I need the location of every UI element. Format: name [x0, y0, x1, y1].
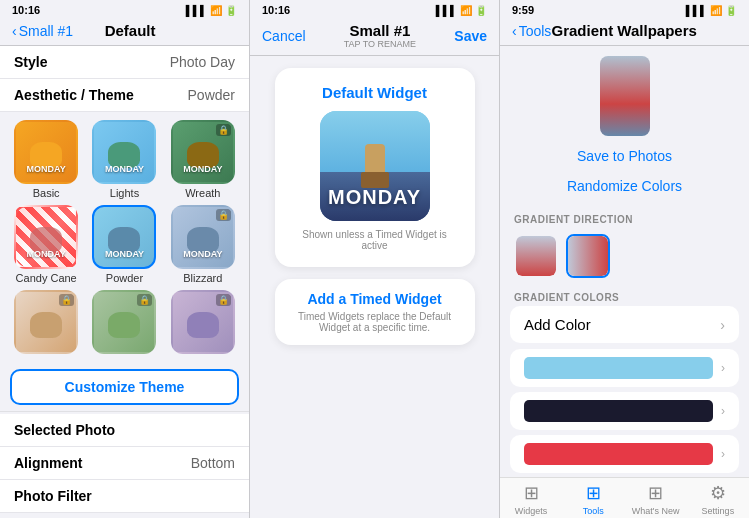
- back-label-1: Small #1: [19, 23, 73, 39]
- selected-photo-label: Selected Photo: [14, 422, 115, 438]
- widget-r1[interactable]: 🔒: [10, 290, 82, 357]
- timed-widget-card[interactable]: Add a Timed Widget Timed Widgets replace…: [275, 279, 475, 345]
- gradient-direction-label: GRADIENT DIRECTION: [500, 208, 749, 228]
- alignment-row: Alignment Bottom: [0, 447, 249, 480]
- tab-settings[interactable]: ⚙ Settings: [687, 482, 749, 516]
- photo-filter-label: Photo Filter: [14, 488, 92, 504]
- widget-blizzard[interactable]: 🔒 MONDAY Blizzard: [167, 205, 239, 284]
- status-bar-3: 9:59 ▌▌▌ 📶 🔋: [500, 0, 749, 18]
- color-swatch-red[interactable]: ›: [510, 435, 739, 473]
- widget-label-wreath: Wreath: [185, 187, 220, 199]
- lock-r2: 🔒: [137, 294, 152, 306]
- grad-diagonal2-bg: [672, 236, 712, 276]
- gradient-direction-row: [500, 228, 749, 286]
- panel1-scroll: Style Photo Day Aesthetic / Theme Powder…: [0, 46, 249, 518]
- widget-preview: MONDAY: [320, 111, 430, 221]
- nav-subtitle-2: TAP TO RENAME: [344, 39, 416, 49]
- status-icons-1: ▌▌▌ 📶 🔋: [186, 5, 237, 16]
- time-3: 9:59: [512, 4, 534, 16]
- alignment-label: Alignment: [14, 455, 82, 471]
- status-icons-3: ▌▌▌ 📶 🔋: [686, 5, 737, 16]
- widget-thumb-r3: 🔒: [171, 290, 235, 354]
- battery-icon: 🔋: [225, 5, 237, 16]
- aesthetic-value: Powder: [188, 87, 235, 103]
- panel-1: 10:16 ▌▌▌ 📶 🔋 ‹ Small #1 Default Style P…: [0, 0, 250, 518]
- tab-tools[interactable]: ⊞ Tools: [562, 482, 624, 516]
- nav-title-3: Gradient Wallpapers: [552, 22, 697, 39]
- widget-thumb-basic: MONDAY: [14, 120, 78, 184]
- customize-theme-button[interactable]: Customize Theme: [10, 369, 239, 405]
- widget-powder[interactable]: MONDAY Powder: [88, 205, 160, 284]
- photo-filter-row: Photo Filter: [0, 480, 249, 513]
- widget-r3[interactable]: 🔒: [167, 290, 239, 357]
- default-widget-title: Default Widget: [322, 84, 427, 101]
- widget-candy[interactable]: MONDAY Candy Cane: [10, 205, 82, 284]
- back-button-1[interactable]: ‹ Small #1: [12, 23, 73, 39]
- gradient-preview-phone: [600, 56, 650, 136]
- gradient-colors-label: GRADIENT COLORS: [500, 286, 749, 306]
- back-label-3: Tools: [519, 23, 552, 39]
- lock-r1: 🔒: [59, 294, 74, 306]
- grad-dir-diagonal1[interactable]: [618, 234, 662, 278]
- settings-icon: ⚙: [710, 482, 726, 504]
- chevron-red: ›: [721, 447, 725, 461]
- widget-grid: MONDAY Basic MONDAY Lights 🔒 MONDAY Wrea…: [0, 112, 249, 365]
- widget-label-basic: Basic: [33, 187, 60, 199]
- nav-bar-3: ‹ Tools Gradient Wallpapers: [500, 18, 749, 46]
- whats-new-icon: ⊞: [648, 482, 663, 504]
- grad-dir-diagonal2[interactable]: [670, 234, 714, 278]
- widget-label-powder: Powder: [106, 272, 143, 284]
- grad-dir-horizontal[interactable]: [566, 234, 610, 278]
- wifi-icon-3: 📶: [710, 5, 722, 16]
- monday-lights: MONDAY: [94, 164, 154, 174]
- widget-note: Shown unless a Timed Widget is active: [291, 229, 459, 251]
- default-widget-card[interactable]: Default Widget MONDAY Shown unless a Tim…: [275, 68, 475, 267]
- selected-photo-row: Selected Photo: [0, 414, 249, 447]
- color-swatch-blue[interactable]: ›: [510, 349, 739, 387]
- monday-blizzard: MONDAY: [173, 249, 233, 259]
- alignment-value: Bottom: [191, 455, 235, 471]
- wifi-icon: 📶: [210, 5, 222, 16]
- add-color-row[interactable]: Add Color ›: [510, 306, 739, 343]
- widget-lights[interactable]: MONDAY Lights: [88, 120, 160, 199]
- battery-icon-3: 🔋: [725, 5, 737, 16]
- widget-wreath[interactable]: 🔒 MONDAY Wreath: [167, 120, 239, 199]
- style-value: Photo Day: [170, 54, 235, 70]
- lock-blizzard: 🔒: [216, 209, 231, 221]
- back-button-3[interactable]: ‹ Tools: [512, 23, 551, 39]
- color-bar-red: [524, 443, 713, 465]
- add-timed-note: Timed Widgets replace the Default Widget…: [291, 311, 459, 333]
- randomize-colors-button[interactable]: Randomize Colors: [567, 174, 682, 198]
- monday-candy: MONDAY: [16, 249, 76, 259]
- status-bar-2: 10:16 ▌▌▌ 📶 🔋: [250, 0, 499, 18]
- save-button[interactable]: Save: [454, 28, 487, 44]
- widget-thumb-wreath: 🔒 MONDAY: [171, 120, 235, 184]
- nav-title-1: Default: [105, 22, 156, 39]
- nav-bar-1: ‹ Small #1 Default: [0, 18, 249, 46]
- tab-whats-new[interactable]: ⊞ What's New: [625, 482, 687, 516]
- widget-r2[interactable]: 🔒: [88, 290, 160, 357]
- monday-preview: MONDAY: [320, 186, 430, 209]
- save-to-photos-button[interactable]: Save to Photos: [577, 144, 672, 168]
- add-color-chevron: ›: [720, 317, 725, 333]
- monday-wreath: MONDAY: [173, 164, 233, 174]
- style-label: Style: [14, 54, 47, 70]
- lock-wreath: 🔒: [216, 124, 231, 136]
- widget-label-lights: Lights: [110, 187, 139, 199]
- widget-thumb-powder: MONDAY: [92, 205, 156, 269]
- battery-icon-2: 🔋: [475, 5, 487, 16]
- aesthetic-row: Aesthetic / Theme Powder: [0, 79, 249, 112]
- color-bar-dark: [524, 400, 713, 422]
- grad-horizontal-bg: [568, 236, 608, 276]
- grad-dir-vertical[interactable]: [514, 234, 558, 278]
- widget-basic[interactable]: MONDAY Basic: [10, 120, 82, 199]
- cancel-button[interactable]: Cancel: [262, 28, 306, 44]
- monday-powder: MONDAY: [94, 249, 154, 259]
- style-row: Style Photo Day: [0, 46, 249, 79]
- widgets-icon: ⊞: [524, 482, 539, 504]
- aesthetic-label: Aesthetic / Theme: [14, 87, 134, 103]
- lock-r3: 🔒: [216, 294, 231, 306]
- chevron-dark: ›: [721, 404, 725, 418]
- color-swatch-dark[interactable]: ›: [510, 392, 739, 430]
- tab-widgets[interactable]: ⊞ Widgets: [500, 482, 562, 516]
